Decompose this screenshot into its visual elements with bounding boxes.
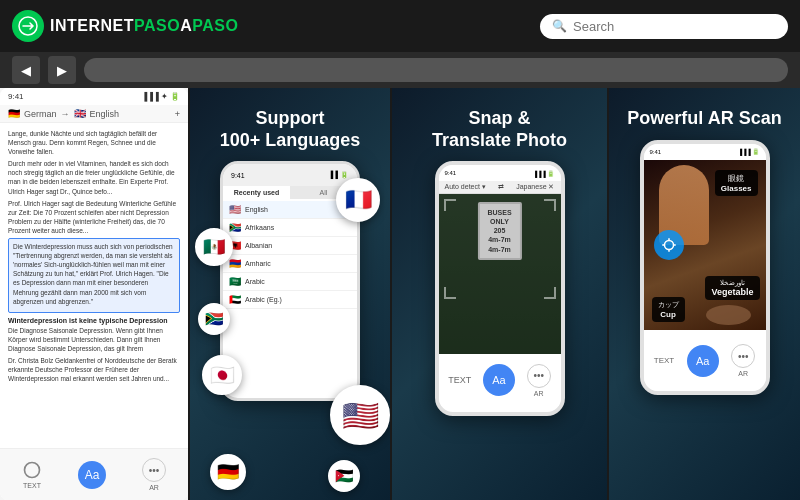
search-input[interactable] [573, 19, 776, 34]
panel-text: 9:41 ▐▐▐ ✦ 🔋 🇩🇪 German → 🇬🇧 English + La… [0, 88, 188, 500]
dots-icon: ••• [142, 458, 166, 482]
logo-icon [12, 10, 44, 42]
snap-status-bar: 9:41 ▐▐▐ 🔋 [439, 165, 561, 181]
flag-france: 🇫🇷 [336, 178, 380, 222]
panel4-title: Powerful AR Scan [627, 108, 781, 130]
corner-tl [444, 199, 456, 211]
snap-ar-btn[interactable]: ••• AR [527, 364, 551, 397]
snap-phone: 9:41 ▐▐▐ 🔋 Auto detect ▾ ⇄ Japanese ✕ BU… [435, 161, 565, 416]
bus-sign-container: BUSESONLY2054m-7m4m-7m [477, 202, 521, 259]
snap-lang-detect[interactable]: Auto detect ▾ [445, 183, 486, 191]
flag-arab: 🇸🇦 [229, 276, 241, 287]
ar-mode-btn[interactable]: ••• AR [142, 458, 166, 491]
flag-za: 🇿🇦 [229, 222, 241, 233]
vegetable-english: Vegetable [711, 287, 753, 297]
highlighted-text: Die Winterdepression muss auch sich von … [8, 238, 180, 313]
back-button[interactable]: ◀ [12, 56, 40, 84]
ar-camera-view: 眼鏡 Glasses تاورضخلا Vegetable カップ Cup [644, 160, 766, 330]
svg-point-2 [664, 240, 673, 249]
aa-icon: Aa [78, 461, 106, 489]
list-item[interactable]: 🇸🇦 Arabic [223, 273, 357, 291]
snap-text-btn[interactable]: TEXT [448, 375, 471, 385]
ar-time: 9:41 [650, 149, 662, 155]
list-item[interactable]: 🇦🇪 Arabic (Eg.) [223, 291, 357, 309]
nav-row: ◀ ▶ [0, 52, 800, 88]
flag-arab2: 🇦🇪 [229, 294, 241, 305]
tab-recently-used[interactable]: Recenty used [223, 186, 290, 199]
search-bar[interactable]: 🔍 [540, 14, 788, 39]
snap-camera-view: BUSESONLY2054m-7m4m-7m [439, 194, 561, 354]
ar-phone: 9:41 ▐▐▐ 🔋 眼鏡 Glasses [640, 140, 770, 395]
lang-name: Arabic (Eg.) [245, 296, 282, 303]
lang-phone-notch: 9:41 ▐▐ 🔋 [223, 164, 357, 186]
cup-foreign: カップ [658, 300, 679, 310]
lang-status: ▐▐ 🔋 [328, 171, 349, 179]
lang-name: Amharic [245, 260, 271, 267]
flag-mexico: 🇲🇽 [195, 228, 233, 266]
ar-bottom-bar: TEXT Aa ••• AR [644, 330, 766, 392]
list-item[interactable]: 🇿🇦 Afrikaans [223, 219, 357, 237]
ar-phone-shell: 9:41 ▐▐▐ 🔋 眼鏡 Glasses [640, 140, 770, 395]
section-heading: Winterdepression ist keine typische Depr… [8, 317, 180, 324]
phone-bottom-bar-1: TEXT Aa ••• AR [0, 448, 188, 500]
top-bar: INTERNETPASOAPASO 🔍 [0, 0, 800, 52]
snap-aa-icon: Aa [483, 364, 515, 396]
text-line-5: Dr. Christa Bolz Geldankenfrei of Nordde… [8, 356, 180, 383]
logo-area: INTERNETPASOAPASO [12, 10, 530, 42]
panel2-title: Support100+ Languages [220, 108, 361, 151]
add-lang-icon[interactable]: + [175, 109, 180, 119]
text-line-1: Lange, dunkle Nächte und sich tagtäglich… [8, 129, 180, 156]
forward-button[interactable]: ▶ [48, 56, 76, 84]
flag-german: 🇩🇪 [8, 108, 20, 119]
lang-from: German [24, 109, 57, 119]
object-mode-btn[interactable]: Aa [78, 461, 106, 489]
cup-english: Cup [658, 310, 679, 319]
time-1: 9:41 [8, 92, 24, 101]
snap-image: BUSESONLY2054m-7m4m-7m [439, 194, 561, 354]
status-bar-1: 9:41 ▐▐▐ ✦ 🔋 [0, 88, 188, 105]
forward-arrow-icon: ▶ [57, 63, 67, 78]
lang-time: 9:41 [231, 172, 245, 179]
list-item[interactable]: 🇦🇲 Amharic [223, 255, 357, 273]
lang-bar-1: 🇩🇪 German → 🇬🇧 English + [0, 105, 188, 123]
ar-ar-btn[interactable]: ••• AR [731, 344, 755, 377]
search-icon: 🔍 [552, 19, 567, 33]
lang-name: Arabic [245, 278, 265, 285]
lang-list: 🇺🇸 English 🇿🇦 Afrikaans 🇦🇱 Albanian 🇦🇲 A… [223, 199, 357, 311]
text-mode-btn[interactable]: TEXT [22, 460, 42, 489]
vegetable-foreign: تاورضخلا [711, 279, 753, 287]
ar-status-bar: 9:41 ▐▐▐ 🔋 [644, 144, 766, 160]
snap-status-icons: ▐▐▐ 🔋 [533, 170, 554, 177]
swap-icon[interactable]: ⇄ [498, 183, 504, 191]
text-line-3: Prof. Ulrich Hager sagt die Bedeutung Wi… [8, 199, 180, 235]
svg-point-1 [25, 463, 40, 478]
url-bar[interactable] [84, 58, 788, 82]
snap-lang-target[interactable]: Japanese ✕ [516, 183, 554, 191]
ar-food-bg: 眼鏡 Glasses تاورضخلا Vegetable カップ Cup [644, 160, 766, 330]
ar-dots-icon: ••• [731, 344, 755, 368]
ar-text-icon: TEXT [654, 356, 674, 365]
flag-english: 🇬🇧 [74, 108, 86, 119]
glasses-english: Glasses [721, 184, 752, 193]
flag-japan: 🇯🇵 [202, 355, 242, 395]
list-item[interactable]: 🇦🇱 Albanian [223, 237, 357, 255]
food-bowl [706, 305, 751, 325]
panel-snap: Snap &Translate Photo 9:41 ▐▐▐ 🔋 Auto de… [392, 88, 607, 500]
phone-body-1: Lange, dunkle Nächte und sich tagtäglich… [0, 123, 188, 392]
ar-text-btn[interactable]: TEXT [654, 356, 674, 365]
ar-scan-button[interactable] [654, 230, 684, 260]
text-label: TEXT [23, 482, 41, 489]
snap-bottom-bar: TEXT Aa ••• AR [439, 354, 561, 406]
ar-label: AR [149, 484, 159, 491]
text-line-2: Durch mehr oder in viel Vitaminen, hande… [8, 159, 180, 195]
ar-status-icons: ▐▐▐ 🔋 [738, 148, 759, 155]
ar-object-btn[interactable]: Aa [687, 345, 719, 377]
lang-to: English [90, 109, 120, 119]
snap-phone-shell: 9:41 ▐▐▐ 🔋 Auto detect ▾ ⇄ Japanese ✕ BU… [435, 161, 565, 416]
snap-object-btn[interactable]: Aa [483, 364, 515, 396]
main-content: 9:41 ▐▐▐ ✦ 🔋 🇩🇪 German → 🇬🇧 English + La… [0, 88, 800, 500]
back-arrow-icon: ◀ [21, 63, 31, 78]
ar-label-glasses: 眼鏡 Glasses [715, 170, 758, 196]
corner-bl [444, 287, 456, 299]
text-line-4: Die Diagnose Saisonale Depression. Wenn … [8, 326, 180, 353]
